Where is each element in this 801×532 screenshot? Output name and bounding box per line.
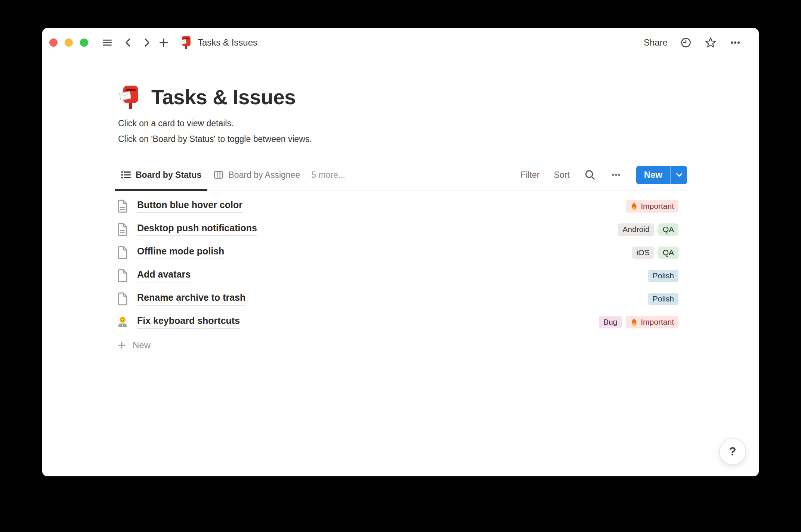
page-text-icon xyxy=(116,200,129,213)
page-title-link[interactable]: Rename archive to trash xyxy=(137,292,245,306)
toolbar: Tasks & Issues Share xyxy=(42,28,759,57)
sort-button[interactable]: Sort xyxy=(554,170,569,180)
chevron-right-icon xyxy=(141,37,152,48)
tag-qa: QA xyxy=(658,247,678,259)
view-controls: Filter Sort New xyxy=(520,166,687,184)
list-view-icon xyxy=(121,170,131,180)
page-title-link[interactable]: Desktop push notifications xyxy=(137,223,257,236)
tag-important: Important xyxy=(626,316,678,328)
tag-label: Polish xyxy=(653,271,674,280)
tag-group: Important xyxy=(626,200,678,213)
tag-label: iOS xyxy=(637,248,650,257)
tag-label: Important xyxy=(641,318,674,327)
list-item[interactable]: Button blue hover colorImportant xyxy=(115,195,678,218)
chevron-left-icon xyxy=(123,37,134,48)
filter-button[interactable]: Filter xyxy=(520,170,539,180)
share-button[interactable]: Share xyxy=(644,37,668,48)
tag-important: Important xyxy=(626,200,678,213)
more-views-button[interactable]: 5 more... xyxy=(311,170,345,180)
tag-android: Android xyxy=(618,223,654,236)
description-line: Click on 'Board by Status' to toggle bet… xyxy=(118,131,312,147)
page-title: Tasks & Issues xyxy=(151,85,296,109)
tag-group: iOSQA xyxy=(632,247,678,259)
list-item[interactable]: Fix keyboard shortcutsBugImportant xyxy=(115,310,678,334)
add-row-button[interactable]: New xyxy=(115,334,687,357)
fire-icon xyxy=(630,318,638,327)
task-list: Button blue hover colorImportantDesktop … xyxy=(115,195,687,334)
tab-board-by-status[interactable]: Board by Status xyxy=(115,159,207,191)
page-icon xyxy=(116,292,129,306)
page-title-link[interactable]: Fix keyboard shortcuts xyxy=(137,315,240,329)
tag-label: Polish xyxy=(653,294,674,303)
chevron-down-icon xyxy=(674,170,684,180)
page-text-icon xyxy=(116,223,129,236)
page-header: Tasks & Issues xyxy=(119,82,296,112)
postbox-icon xyxy=(180,35,192,50)
list-item[interactable]: Add avatarsPolish xyxy=(115,264,678,287)
forward-button[interactable] xyxy=(140,36,153,49)
view-options-button[interactable] xyxy=(610,169,622,181)
clock-icon xyxy=(680,37,692,49)
description-line: Click on a card to view details. xyxy=(118,115,312,131)
toolbar-page-title: Tasks & Issues xyxy=(198,37,257,48)
ellipsis-icon xyxy=(610,169,622,181)
window-zoom-button[interactable] xyxy=(80,38,88,47)
history-button[interactable] xyxy=(680,36,692,49)
new-button[interactable]: New xyxy=(636,166,670,184)
page-icon xyxy=(116,269,129,282)
tab-board-by-assignee[interactable]: Board by Assignee xyxy=(207,159,306,191)
add-row-label: New xyxy=(133,340,151,350)
star-icon xyxy=(705,37,717,49)
views-bar: Board by StatusBoard by Assignee 5 more.… xyxy=(115,159,687,191)
page-title-link[interactable]: Add avatars xyxy=(137,269,191,282)
tag-group: Polish xyxy=(648,270,678,282)
tag-label: QA xyxy=(663,225,674,234)
page-icon xyxy=(116,246,129,259)
traffic-lights xyxy=(42,38,88,47)
window-minimize-button[interactable] xyxy=(65,38,73,47)
ellipsis-icon xyxy=(729,37,741,49)
board-view-icon xyxy=(213,170,224,180)
tag-qa: QA xyxy=(658,223,678,236)
new-dropdown-button[interactable] xyxy=(670,166,687,184)
tab-label: Board by Assignee xyxy=(228,170,300,180)
search-icon xyxy=(584,169,596,181)
tag-ios: iOS xyxy=(632,247,654,259)
back-button[interactable] xyxy=(122,36,134,49)
hamburger-icon xyxy=(102,37,113,48)
fire-icon xyxy=(630,202,638,211)
view-tabs: Board by StatusBoard by Assignee xyxy=(115,159,306,191)
page-emoji-postbox-icon[interactable] xyxy=(119,85,142,109)
tag-bug: Bug xyxy=(599,316,622,328)
app-window: Tasks & Issues Share Tasks & Issues Clic… xyxy=(42,28,759,476)
tag-group: AndroidQA xyxy=(618,223,678,236)
new-split-button: New xyxy=(636,166,687,184)
plus-icon xyxy=(158,37,169,48)
page-title-link[interactable]: Button blue hover color xyxy=(137,200,242,213)
tag-group: Polish xyxy=(648,293,678,305)
plus-icon xyxy=(117,340,127,350)
list-item[interactable]: Rename archive to trashPolish xyxy=(115,287,678,310)
tag-polish: Polish xyxy=(648,270,678,282)
tag-label: Bug xyxy=(603,318,617,327)
tag-group: BugImportant xyxy=(599,316,678,328)
list-item[interactable]: Desktop push notificationsAndroidQA xyxy=(115,218,678,241)
tag-label: Android xyxy=(622,225,649,234)
search-button[interactable] xyxy=(584,169,596,181)
sidebar-toggle-button[interactable] xyxy=(101,36,114,49)
list-item[interactable]: Offline mode polishiOSQA xyxy=(115,241,678,264)
technologist-icon xyxy=(116,315,129,330)
window-close-button[interactable] xyxy=(49,38,58,47)
help-button[interactable]: ? xyxy=(719,438,746,465)
new-page-button[interactable] xyxy=(157,36,170,49)
toolbar-right: Share xyxy=(644,36,742,49)
favorite-button[interactable] xyxy=(704,36,717,49)
tag-polish: Polish xyxy=(648,293,678,305)
tag-label: Important xyxy=(641,202,674,211)
more-options-button[interactable] xyxy=(729,36,742,49)
page-title-link[interactable]: Offline mode polish xyxy=(137,246,224,259)
tab-label: Board by Status xyxy=(136,170,201,180)
tag-label: QA xyxy=(663,248,674,257)
page-description: Click on a card to view details. Click o… xyxy=(118,115,312,147)
